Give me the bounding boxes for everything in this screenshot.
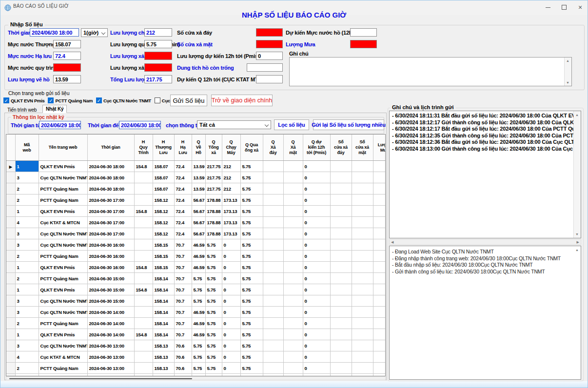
table-cell[interactable]: 0	[222, 329, 240, 340]
table-cell[interactable]	[330, 295, 352, 307]
table-cell[interactable]	[330, 318, 352, 329]
checkbox-checked-icon[interactable]: ✓	[48, 97, 54, 103]
table-cell[interactable]	[373, 340, 386, 351]
table-cell[interactable]: 5.75	[240, 161, 263, 172]
table-cell[interactable]: 0	[222, 273, 240, 284]
table-cell[interactable]: 217.75	[205, 183, 222, 194]
table-cell[interactable]	[373, 307, 386, 318]
row-selector-cell[interactable]	[6, 318, 15, 329]
table-row[interactable]: 3Cục QLTN Nước TNMT2024-06-30 18:00158.0…	[6, 172, 386, 183]
table-cell[interactable]	[263, 273, 283, 284]
luu-luong-du-kien-input[interactable]: 0	[256, 52, 283, 60]
table-cell[interactable]: 0	[222, 340, 240, 351]
table-cell[interactable]: 2	[15, 183, 39, 194]
table-cell[interactable]	[263, 307, 283, 318]
table-cell[interactable]: 212	[222, 183, 240, 194]
table-cell[interactable]: 2	[15, 318, 39, 329]
table-cell[interactable]: 56.67	[192, 194, 205, 206]
table-cell[interactable]: PCTT Quảng Nam	[39, 363, 87, 374]
table-cell[interactable]	[263, 183, 283, 194]
table-cell[interactable]: QLKT EVN Pmis	[39, 206, 87, 217]
table-cell[interactable]: 0	[222, 295, 240, 307]
table-cell[interactable]: 2024-06-30 15:00	[87, 273, 134, 284]
table-cell[interactable]: 2024-06-30 15:00	[87, 295, 134, 307]
table-cell[interactable]: 0	[303, 251, 330, 262]
table-cell[interactable]: Cục QLTN Nước TNMT	[39, 172, 87, 183]
table-cell[interactable]: 5.75	[240, 228, 263, 239]
table-cell[interactable]	[352, 251, 373, 262]
thoi-gian-input[interactable]: 2024/06/30 18:00	[30, 28, 79, 37]
table-cell[interactable]: 5.75	[192, 273, 205, 284]
table-cell[interactable]: 5.75	[240, 318, 263, 329]
table-cell[interactable]: 158.07	[153, 172, 174, 183]
table-cell[interactable]: 158.15	[153, 262, 174, 273]
table-cell[interactable]: 5.75	[192, 351, 205, 363]
table-cell[interactable]: 212	[222, 172, 240, 183]
table-cell[interactable]: 5.75	[205, 351, 222, 363]
table-cell[interactable]	[283, 262, 303, 273]
grid-column-header[interactable]: Q Về Hồ	[192, 135, 205, 161]
table-cell[interactable]: 5.75	[205, 284, 222, 295]
table-cell[interactable]: 154.8	[134, 284, 153, 295]
table-cell[interactable]: 3	[15, 295, 39, 307]
table-cell[interactable]: 0	[303, 351, 330, 363]
table-cell[interactable]: 5.75	[240, 363, 263, 374]
table-cell[interactable]	[263, 295, 283, 307]
grid-column-header[interactable]: Số cửa xả mặt	[352, 135, 373, 161]
table-cell[interactable]	[373, 161, 386, 172]
table-cell[interactable]	[263, 363, 283, 374]
table-cell[interactable]	[134, 194, 153, 206]
table-row[interactable]: 1QLKT EVN Pmis2024-06-30 14:00154.8158.1…	[6, 329, 386, 340]
table-cell[interactable]	[283, 318, 303, 329]
table-cell[interactable]: 3	[15, 307, 39, 318]
table-cell[interactable]: 173.13	[222, 217, 240, 228]
table-cell[interactable]: 72.4	[174, 194, 192, 206]
table-cell[interactable]	[330, 307, 352, 318]
table-cell[interactable]	[283, 228, 303, 239]
luu-luong-xa-mat-input[interactable]	[144, 63, 172, 72]
table-cell[interactable]	[373, 228, 386, 239]
table-cell[interactable]: 0	[222, 307, 240, 318]
log-entry[interactable]: - 6/30/2024 18:12:36 Bắt đầu gửi số liệu…	[392, 139, 573, 146]
table-cell[interactable]: Cục KTAT & MTCN	[39, 217, 87, 228]
grid-h-scrollbar[interactable]	[6, 376, 386, 380]
table-cell[interactable]: 72.4	[174, 183, 192, 194]
table-cell[interactable]	[373, 206, 386, 217]
table-cell[interactable]: 2	[15, 251, 39, 262]
table-cell[interactable]	[373, 194, 386, 206]
table-cell[interactable]	[352, 161, 373, 172]
table-cell[interactable]	[283, 307, 303, 318]
table-cell[interactable]: 3	[15, 228, 39, 239]
table-cell[interactable]: 0	[303, 318, 330, 329]
table-cell[interactable]: 0	[222, 284, 240, 295]
table-cell[interactable]	[373, 273, 386, 284]
table-cell[interactable]	[263, 318, 283, 329]
checkbox-checked-icon[interactable]: ✓	[3, 97, 9, 103]
table-cell[interactable]	[352, 206, 373, 217]
table-cell[interactable]	[352, 318, 373, 329]
table-row[interactable]: 3Cục QLTN Nước TNMT2024-06-30 17:00158.1…	[6, 228, 386, 239]
table-cell[interactable]: 158.13	[153, 340, 174, 351]
table-cell[interactable]: 46.59	[192, 239, 205, 251]
send-data-button[interactable]: Gửi Số liệu	[170, 95, 207, 106]
grid-column-header[interactable]: H Quy Trình	[134, 135, 153, 161]
table-cell[interactable]	[283, 284, 303, 295]
table-cell[interactable]: QLKT EVN Pmis	[39, 262, 87, 273]
table-cell[interactable]: 46.59	[192, 318, 205, 329]
send-schedule-listbox[interactable]: - 6/30/2024 18:11:31 Bắt đầu gửi số liệu…	[389, 111, 581, 238]
table-cell[interactable]: 70.7	[174, 284, 192, 295]
du-kien-muc-nuoc-ho-input[interactable]	[350, 28, 377, 37]
table-cell[interactable]	[373, 284, 386, 295]
table-cell[interactable]	[373, 318, 386, 329]
so-cua-xa-mat-input[interactable]	[256, 40, 283, 48]
table-cell[interactable]	[134, 307, 153, 318]
table-cell[interactable]	[352, 340, 373, 351]
table-cell[interactable]	[283, 273, 303, 284]
luu-luong-qua-ong-xa-input[interactable]: 5.75	[144, 40, 172, 48]
table-cell[interactable]: 212	[222, 161, 240, 172]
luu-luong-chay-may-input[interactable]: 212	[144, 28, 172, 37]
table-cell[interactable]	[330, 351, 352, 363]
grid-column-header[interactable]: H Hạ Lưu	[174, 135, 192, 161]
table-cell[interactable]: 0	[303, 307, 330, 318]
table-row[interactable]: 1QLKT EVN Pmis2024-06-30 16:00154.8158.1…	[6, 262, 386, 273]
